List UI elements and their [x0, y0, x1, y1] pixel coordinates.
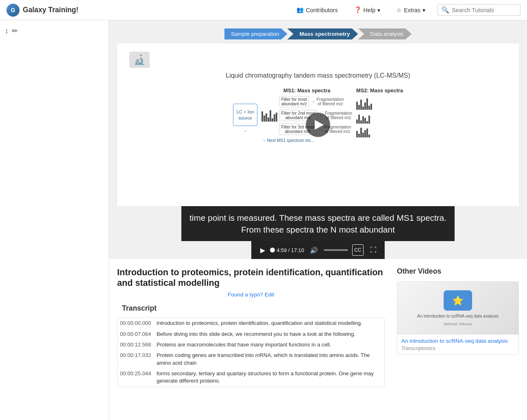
transcript-row[interactable]: 00:00:25.044forms secondary, tertiary an…	[118, 368, 384, 387]
video-card[interactable]: ⭐ An introduction to scRNA-seq data anal…	[397, 281, 519, 355]
step-mass-spec-label: Mass spectrometry	[300, 31, 350, 37]
brand-logo: G	[7, 4, 20, 17]
transcript-text: Before diving into this slide deck, we r…	[154, 329, 384, 339]
navbar: G Galaxy Training! 👥 Contributors ❓ Help…	[0, 0, 527, 20]
main-content: Sample preparation Mass spectrometry Dat…	[109, 20, 527, 420]
video-thumb: ⭐ An introduction to scRNA-seq data anal…	[397, 282, 518, 335]
subtitle-bar: time point is measured. These mass spect…	[181, 206, 455, 241]
filter-row-1: Filter for mostabundant m/z → Fragmentat…	[279, 96, 352, 107]
lc-ion-box: LC + Ionsource	[233, 104, 258, 126]
thumb-subtitle: An introduction to scRNA-seq data analys…	[413, 314, 503, 318]
ms2-spectrum-3	[356, 125, 403, 137]
brand-link[interactable]: G Galaxy Training!	[7, 4, 78, 17]
transcript-row[interactable]: 00:00:17.032Protein coding genes are tra…	[118, 350, 384, 368]
mute-button[interactable]: 🔊	[308, 244, 320, 256]
ms2-spectrum-1	[356, 98, 403, 110]
help-icon: ❓	[354, 7, 361, 13]
other-videos-panel: Other Videos ⭐ An introduction to scRNA-…	[397, 267, 519, 355]
transcript-time: 00:00:07.064	[118, 329, 154, 339]
sidebar: ↕ ✏	[0, 20, 109, 420]
transcript-time: 00:00:25.044	[118, 368, 154, 387]
star-icon: ☆	[396, 7, 402, 13]
cc-button[interactable]: CC	[352, 244, 364, 256]
transcript-time: 00:00:00.000	[118, 318, 154, 329]
filter-arrow-1: →	[311, 99, 315, 104]
help-label: Help	[364, 7, 376, 13]
slide-icon: 🔬	[129, 52, 150, 68]
edit-icon[interactable]: ✏	[12, 27, 18, 35]
transcript-table: 00:00:00.000Introduction to proteomics, …	[118, 318, 384, 387]
search-input[interactable]	[452, 7, 517, 13]
help-menu[interactable]: ❓ Help ▾	[350, 4, 385, 16]
volume-bar[interactable]	[324, 249, 348, 251]
ms2-header: MS2: Mass spectra	[356, 87, 403, 94]
transcript-heading: Transcript	[117, 304, 385, 313]
progress-thumb	[270, 248, 275, 252]
frag-label-1: Fragmentationof filtered m/z	[317, 97, 344, 106]
transcript-text: Protein coding genes are transcribed int…	[154, 350, 384, 368]
video-container: Sample preparation Mass spectrometry Dat…	[109, 20, 527, 259]
slide-title: Liquid chromatography tandem mass spectr…	[129, 72, 507, 79]
subtitle-line1: time point is measured. These mass spect…	[189, 213, 446, 222]
ms1-spectrum	[261, 109, 277, 122]
filter-label-1: Filter for mostabundant m/z	[279, 96, 309, 107]
transcript-row[interactable]: 00:00:07.064Before diving into this slid…	[118, 329, 384, 339]
step-mass-spec[interactable]: Mass spectrometry	[287, 28, 358, 39]
total-time: 17:10	[291, 247, 304, 253]
play-pause-button[interactable]: ▶	[257, 244, 268, 256]
below-video: Introduction to proteomics, protein iden…	[109, 259, 527, 395]
frag-label-2: Fragmentationof filtered m/z	[325, 111, 352, 120]
transcript-text: forms secondary, tertiary and quartary s…	[154, 368, 384, 387]
current-time: 4:59	[277, 247, 287, 253]
video-slide: Sample preparation Mass spectrometry Dat…	[109, 20, 527, 259]
extras-label: Extras	[404, 7, 420, 13]
main-info: Introduction to proteomics, protein iden…	[117, 267, 385, 387]
transcript-time: 00:00:17.032	[118, 350, 154, 368]
step-sample-prep-label: Sample preparation	[231, 31, 279, 37]
subtitle-line2: From these spectra the N most abundant	[241, 225, 395, 234]
video-controls: ▶ 4:59 / 17:10 🔊 CC ⛶	[251, 241, 385, 259]
transcript-scroll[interactable]: 00:00:00.000Introduction to proteomics, …	[117, 318, 385, 387]
sidebar-controls: ↕ ✏	[5, 25, 104, 39]
thumb-author: Mehmet Tekman	[444, 322, 473, 326]
extras-chevron-icon: ▾	[422, 7, 425, 13]
help-chevron-icon: ▾	[377, 7, 380, 13]
transcript-time: 00:00:12.568	[118, 339, 154, 350]
contributors-icon: 👥	[296, 7, 304, 13]
transcript-row[interactable]: 00:00:00.000Introduction to proteomics, …	[118, 318, 384, 329]
typo-link[interactable]: Found a typo? Edit	[117, 292, 385, 298]
time-display: 4:59 / 17:10	[277, 247, 304, 253]
extras-menu[interactable]: ☆ Extras ▾	[392, 4, 429, 16]
video-title: Introduction to proteomics, protein iden…	[117, 267, 385, 288]
brand-name: Galaxy Training!	[23, 6, 78, 14]
time-separator: /	[288, 247, 291, 253]
ms1-header: MS1: Mass spectra	[261, 87, 352, 94]
transcript-text: Proteins are macromolecules that have ma…	[154, 339, 384, 350]
play-button-overlay[interactable]	[306, 113, 330, 137]
next-ms1-label: → Next MS1 spectrum etc...	[261, 138, 352, 143]
contributors-menu[interactable]: 👥 Contributors	[292, 4, 342, 16]
contributors-label: Contributors	[306, 7, 338, 13]
search-icon: 🔍	[441, 6, 449, 14]
slide-icon-row: 🔬	[129, 52, 507, 68]
video-card-title[interactable]: An introduction to scRNA-seq data analys…	[401, 338, 514, 344]
fullscreen-button[interactable]: ⛶	[368, 244, 379, 256]
step-sample-prep[interactable]: Sample preparation	[224, 28, 287, 39]
search-container: 🔍	[438, 4, 520, 16]
transcript-text: Introduction to proteomics, protein iden…	[154, 318, 384, 329]
video-card-info: An introduction to scRNA-seq data analys…	[397, 335, 518, 355]
thumb-logo: ⭐	[444, 290, 472, 311]
step-data-analysis-label: Data analysis	[370, 31, 403, 37]
step-data-analysis[interactable]: Data analysis	[358, 28, 412, 39]
resize-icon[interactable]: ↕	[5, 27, 9, 35]
transcript-row[interactable]: 00:00:12.568Proteins are macromolecules …	[118, 339, 384, 350]
video-card-tag: Transcriptomics	[401, 346, 514, 351]
slide-content: 🔬 Liquid chromatography tandem mass spec…	[117, 44, 519, 206]
ms2-spectrum-2	[356, 111, 403, 124]
breadcrumb-steps: Sample preparation Mass spectrometry Dat…	[224, 28, 412, 39]
other-videos-title: Other Videos	[397, 267, 519, 276]
page-layout: ↕ ✏ Sample preparation Mass spectrometry…	[0, 20, 527, 420]
